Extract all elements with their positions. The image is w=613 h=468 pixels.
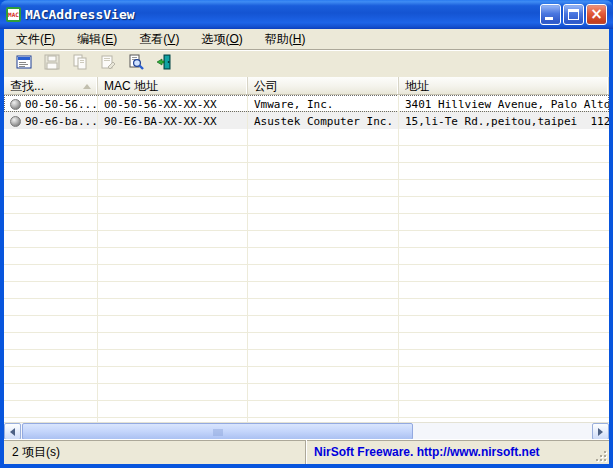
horizontal-scrollbar[interactable] xyxy=(4,422,609,439)
column-header-0[interactable]: 查找... xyxy=(4,77,98,94)
find-toolbar-button[interactable] xyxy=(126,54,146,74)
grid-v-line xyxy=(247,95,248,422)
cell-text: 3401 Hillview Avenue, Palo Alto CA xyxy=(405,98,609,111)
menu-item-o[interactable]: 选项(O) xyxy=(193,29,250,50)
properties-toolbar-button xyxy=(98,54,118,74)
table-cell: 3401 Hillview Avenue, Palo Alto CA xyxy=(399,95,609,112)
copy-icon xyxy=(72,54,88,74)
menu-item-v[interactable]: 查看(V) xyxy=(131,29,187,50)
maximize-button[interactable] xyxy=(563,4,584,25)
scroll-left-button[interactable] xyxy=(4,423,21,439)
table-cell: 90-e6-ba... xyxy=(4,112,98,129)
copy-toolbar-button xyxy=(70,54,90,74)
menu-bar: 文件(F)编辑(E)查看(V)选项(O)帮助(H) xyxy=(4,29,609,50)
column-header-label: 地址 xyxy=(405,79,429,93)
column-header-label: MAC 地址 xyxy=(104,79,158,93)
app-window: MAC MACAddressView × 文件(F)编辑(E)查看(V)选项(O… xyxy=(0,0,613,468)
report-window-icon xyxy=(16,54,32,74)
minimize-button[interactable] xyxy=(540,4,561,25)
sort-ascending-icon xyxy=(83,84,91,89)
column-header-label: 公司 xyxy=(254,79,278,93)
table-cell: 00-50-56-XX-XX-XX xyxy=(98,95,248,112)
exit-door-icon xyxy=(156,54,172,74)
mac-list-view: 查找...MAC 地址公司地址 00-50-56...00-50-56-XX-X… xyxy=(4,77,609,439)
grid-v-line xyxy=(97,95,98,422)
client-area: 文件(F)编辑(E)查看(V)选项(O)帮助(H) 查找...MAC 地址公司地… xyxy=(4,29,609,464)
table-cell: 90-E6-BA-XX-XX-XX xyxy=(98,112,248,129)
minimize-icon xyxy=(545,17,553,20)
mac-sphere-icon xyxy=(10,99,21,110)
maximize-icon xyxy=(568,9,579,20)
status-freeware-link[interactable]: NirSoft Freeware. http://www.nirsoft.net xyxy=(306,440,593,464)
column-header-label: 查找... xyxy=(10,79,44,93)
menu-item-h[interactable]: 帮助(H) xyxy=(257,29,314,50)
column-header-2[interactable]: 公司 xyxy=(248,77,399,94)
find-icon xyxy=(128,54,144,74)
toolbar xyxy=(4,50,609,77)
app-icon: MAC xyxy=(6,7,21,22)
close-icon: × xyxy=(587,5,606,24)
menu-item-f[interactable]: 文件(F) xyxy=(8,29,63,50)
table-row[interactable]: 90-e6-ba...90-E6-BA-XX-XX-XXAsustek Comp… xyxy=(4,112,609,129)
resize-grip[interactable] xyxy=(593,448,607,462)
cell-text: 90-e6-ba... xyxy=(25,115,98,128)
status-bar: 2 项目(s) NirSoft Freeware. http://www.nir… xyxy=(4,439,609,464)
window-title: MACAddressView xyxy=(25,7,540,22)
table-cell: Asustek Computer Inc. xyxy=(248,112,399,129)
menu-item-e[interactable]: 编辑(E) xyxy=(69,29,125,50)
table-cell: Vmware, Inc. xyxy=(248,95,399,112)
grid-lines xyxy=(4,95,609,422)
mac-sphere-icon xyxy=(10,116,21,127)
thumb-grip-icon xyxy=(217,429,218,436)
table-row[interactable]: 00-50-56...00-50-56-XX-XX-XXVmware, Inc.… xyxy=(4,95,609,112)
grid-v-line xyxy=(398,95,399,422)
table-cell: 15,li-Te Rd.,peitou,taipei 112 xyxy=(399,112,609,129)
column-header-1[interactable]: MAC 地址 xyxy=(98,77,248,94)
scroll-right-button[interactable] xyxy=(592,423,609,439)
app-icon-label: MAC xyxy=(8,11,19,18)
properties-icon xyxy=(100,54,116,74)
status-items-count: 2 项目(s) xyxy=(4,440,306,464)
exit-door-toolbar-button[interactable] xyxy=(154,54,174,74)
arrow-right-icon xyxy=(598,428,603,436)
save-icon xyxy=(44,54,60,74)
title-bar[interactable]: MAC MACAddressView × xyxy=(0,0,613,29)
cell-text: 90-E6-BA-XX-XX-XX xyxy=(104,115,217,128)
cell-text: Asustek Computer Inc. xyxy=(254,115,393,128)
list-header-row: 查找...MAC 地址公司地址 xyxy=(4,77,609,95)
cell-text: 15,li-Te Rd.,peitou,taipei 112 xyxy=(405,115,609,128)
cell-text: Vmware, Inc. xyxy=(254,98,333,111)
cell-text: 00-50-56-XX-XX-XX xyxy=(104,98,217,111)
list-body[interactable]: 00-50-56...00-50-56-XX-XX-XXVmware, Inc.… xyxy=(4,95,609,422)
column-header-3[interactable]: 地址 xyxy=(399,77,609,94)
cell-text: 00-50-56... xyxy=(25,98,98,111)
report-window-toolbar-button[interactable] xyxy=(14,54,34,74)
table-cell: 00-50-56... xyxy=(4,95,98,112)
close-button[interactable]: × xyxy=(586,4,607,25)
save-toolbar-button xyxy=(42,54,62,74)
arrow-left-icon xyxy=(10,428,15,436)
scrollbar-thumb[interactable] xyxy=(22,423,413,439)
